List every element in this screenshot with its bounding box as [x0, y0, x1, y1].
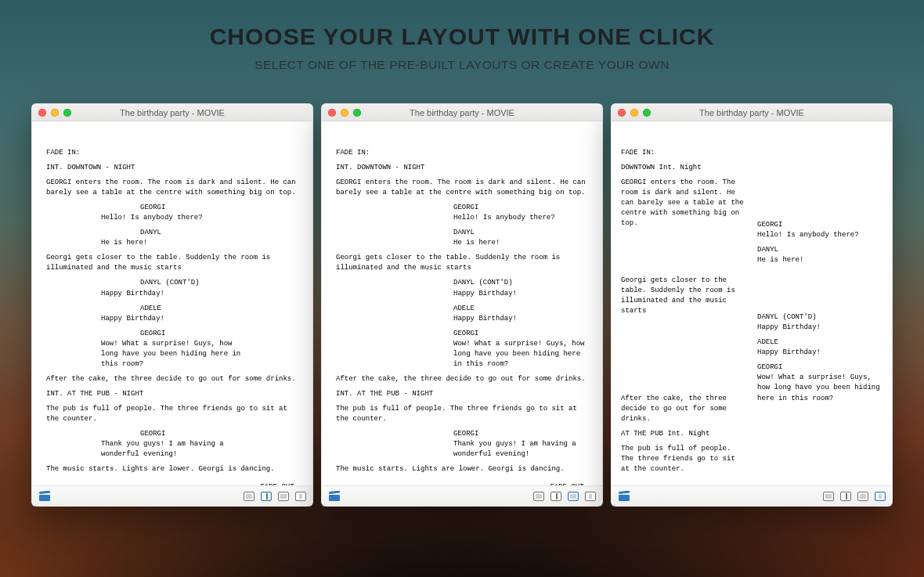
dialogue: Wow! What a surprise! Guys, how long hav… [757, 373, 882, 403]
clapperboard-icon[interactable] [38, 491, 51, 502]
close-icon[interactable] [328, 109, 336, 117]
character: ADELE [453, 304, 588, 314]
scene-heading: INT. AT THE PUB - NIGHT [46, 389, 298, 399]
scene-heading: AT THE PUB Int. Night [621, 429, 746, 439]
dialogue: Happy Birthday! [757, 323, 882, 333]
character: GEORGI [453, 329, 588, 339]
clapperboard-icon[interactable] [328, 491, 341, 502]
layout-switcher [244, 492, 306, 501]
character: ADELE [140, 304, 298, 314]
windows-stage: The birthday party - MOVIE FADE IN: INT.… [0, 78, 924, 507]
close-icon[interactable] [618, 109, 626, 117]
scene-heading: INT. DOWNTOWN - NIGHT [46, 163, 298, 173]
character: GEORGI [757, 220, 882, 230]
layout-twocol-button[interactable] [278, 492, 289, 501]
layout-split-button[interactable] [840, 492, 851, 501]
hero-title: CHOOSE YOUR LAYOUT WITH ONE CLICK [0, 23, 924, 50]
layout-twocol-button[interactable] [857, 492, 868, 501]
character: DANYL [453, 228, 588, 238]
svg-rect-0 [39, 495, 50, 501]
character: DANYL (CONT'D) [757, 312, 882, 323]
action: The pub is full of people. The three fri… [46, 404, 297, 424]
hero: CHOOSE YOUR LAYOUT WITH ONE CLICK SELECT… [0, 0, 924, 78]
layout-split-button[interactable] [261, 492, 272, 501]
fade-in: FADE IN: [621, 148, 746, 158]
character: GEORGI [140, 329, 298, 339]
dialogue: He is here! [453, 238, 588, 248]
action: GEORGI enters the room. The room is dark… [46, 178, 297, 198]
scene-heading: INT. AT THE PUB - NIGHT [336, 389, 588, 399]
action: The music starts. Lights are lower. Geor… [46, 464, 297, 474]
dialogue: Hello! Is anybody there? [101, 213, 250, 223]
layout-switcher [533, 492, 596, 501]
action: GEORGI enters the room. The room is dark… [336, 178, 587, 198]
script-page: FADE IN: DOWNTOWN Int. Night GEORGI ente… [612, 121, 892, 485]
script-page: FADE IN: INT. DOWNTOWN - NIGHT GEORGI en… [32, 121, 312, 485]
character: GEORGI [140, 203, 298, 213]
action: Georgi gets closer to the table. Suddenl… [46, 253, 297, 273]
action: After the cake, the three decide to go o… [621, 394, 746, 424]
fade-in: FADE IN: [336, 148, 588, 158]
action: After the cake, the three decide to go o… [46, 374, 297, 384]
minimize-icon[interactable] [51, 109, 59, 117]
dialogue: Happy Birthday! [101, 314, 250, 324]
layout-switcher [823, 492, 886, 501]
layout-narrow-button[interactable] [585, 492, 596, 501]
action: The music starts. Lights are lower. Geor… [336, 464, 587, 474]
hero-subtitle: SELECT ONE OF THE PRE-BUILT LAYOUTS OR C… [0, 58, 924, 72]
action: After the cake, the three decide to go o… [336, 374, 587, 384]
layout-twocol-button[interactable] [568, 492, 579, 501]
minimize-icon[interactable] [630, 109, 638, 117]
character: GEORGI [140, 429, 298, 439]
close-icon[interactable] [38, 109, 46, 117]
dialogue: Happy Birthday! [453, 289, 588, 299]
layout-narrow-button[interactable] [875, 492, 886, 501]
dialogue: Wow! What a surprise! Guys, how long hav… [101, 339, 250, 370]
svg-rect-3 [329, 491, 340, 494]
character: GEORGI [757, 362, 882, 373]
traffic-lights [618, 109, 651, 117]
dialogue: Hello! Is anybody there? [757, 230, 882, 240]
dialogue: Happy Birthday! [453, 314, 588, 324]
window-layout-c: The birthday party - MOVIE FADE IN: DOWN… [611, 103, 893, 507]
layout-split-button[interactable] [550, 492, 561, 501]
dialogue: Wow! What a surprise! Guys, how long hav… [453, 339, 588, 370]
zoom-icon[interactable] [353, 109, 361, 117]
layout-full-button[interactable] [823, 492, 834, 501]
traffic-lights [328, 109, 361, 117]
character: DANYL (CONT'D) [140, 278, 298, 288]
layout-full-button[interactable] [244, 492, 254, 501]
character: GEORGI [453, 203, 588, 213]
dialogue: Thank you guys! I am having a wonderful … [101, 439, 250, 460]
character: DANYL [757, 245, 882, 255]
zoom-icon[interactable] [63, 109, 71, 117]
dialogue: He is here! [757, 255, 882, 265]
dialogue: Happy Birthday! [101, 289, 250, 299]
right-column: GEORGI Hello! Is anybody there? DANYL He… [757, 143, 882, 479]
layout-full-button[interactable] [533, 492, 544, 501]
layout-narrow-button[interactable] [295, 492, 306, 501]
svg-rect-4 [619, 495, 630, 501]
minimize-icon[interactable] [341, 109, 348, 117]
window-footer [32, 485, 312, 506]
action: GEORGI enters the room. The room is dark… [621, 178, 746, 229]
dialogue: Hello! Is anybody there? [453, 213, 588, 223]
character: GEORGI [453, 429, 588, 439]
character: DANYL [140, 228, 298, 238]
traffic-lights [38, 109, 71, 117]
clapperboard-icon[interactable] [618, 491, 630, 502]
window-layout-b: The birthday party - MOVIE FADE IN: INT.… [321, 103, 603, 507]
zoom-icon[interactable] [643, 109, 651, 117]
action: The pub is full of people. The three fri… [336, 404, 587, 424]
action: The pub is full of people. The three fri… [621, 444, 746, 474]
character: DANYL (CONT'D) [453, 278, 588, 288]
action: Georgi gets closer to the table. Suddenl… [336, 253, 587, 273]
dialogue: He is here! [101, 238, 250, 248]
dialogue: Happy Birthday! [757, 348, 882, 358]
action: Georgi gets closer to the table. Suddenl… [621, 276, 746, 316]
titlebar[interactable]: The birthday party - MOVIE [322, 104, 602, 121]
scene-heading: INT. DOWNTOWN - NIGHT [336, 163, 588, 173]
titlebar[interactable]: The birthday party - MOVIE [612, 104, 892, 121]
dialogue: Thank you guys! I am having a wonderful … [453, 439, 588, 460]
titlebar[interactable]: The birthday party - MOVIE [32, 104, 312, 121]
